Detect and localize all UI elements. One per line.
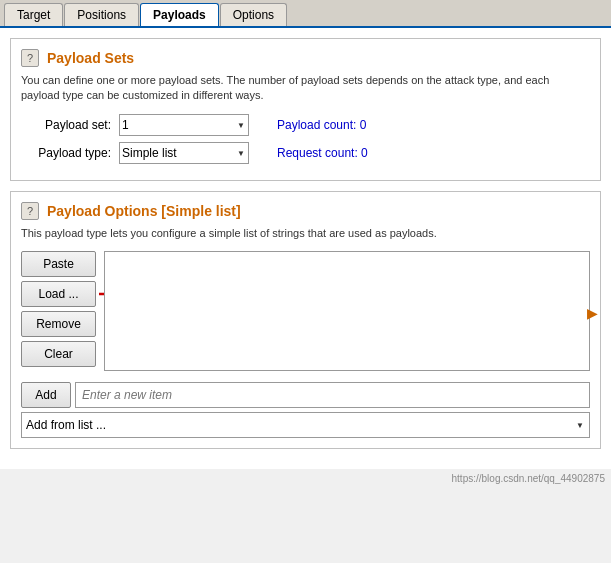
add-from-list-wrapper: Add from list ...	[21, 412, 590, 438]
tab-target[interactable]: Target	[4, 3, 63, 26]
tab-arrow-annotation	[167, 0, 191, 7]
watermark: https://blog.csdn.net/qq_44902875	[0, 469, 611, 486]
payload-options-section: ? Payload Options [Simple list] This pay…	[10, 191, 601, 449]
load-button[interactable]: Load ...	[21, 281, 96, 307]
payload-sets-description: You can define one or more payload sets.…	[21, 73, 590, 104]
tab-bar: Target Positions Payloads Options	[0, 0, 611, 28]
payload-options-title: Payload Options [Simple list]	[47, 203, 241, 219]
request-count-info: Request count: 0	[277, 146, 368, 160]
tab-payloads[interactable]: Payloads	[140, 3, 219, 26]
payload-set-select-wrapper: 1 2 3	[119, 114, 249, 136]
payload-type-label: Payload type:	[21, 146, 111, 160]
payload-options-body: Paste Load ... Remove Clear	[21, 251, 590, 374]
payload-type-select[interactable]: Simple list Runtime file Custom iterator…	[119, 142, 249, 164]
tab-options[interactable]: Options	[220, 3, 287, 26]
payload-set-row: Payload set: 1 2 3 Payload count: 0	[21, 114, 590, 136]
add-button[interactable]: Add	[21, 382, 71, 408]
button-column: Paste Load ... Remove Clear	[21, 251, 96, 374]
payload-count-info: Payload count: 0	[277, 118, 366, 132]
payload-set-label: Payload set:	[21, 118, 111, 132]
payload-options-help-icon[interactable]: ?	[21, 202, 39, 220]
tab-positions[interactable]: Positions	[64, 3, 139, 26]
payload-options-description: This payload type lets you configure a s…	[21, 226, 590, 241]
payload-list-textarea[interactable]	[104, 251, 590, 371]
main-content: ? Payload Sets You can define one or mor…	[0, 28, 611, 469]
add-from-list-select[interactable]: Add from list ...	[21, 412, 590, 438]
payload-sets-header: ? Payload Sets	[21, 49, 590, 67]
add-row: Add	[21, 382, 590, 408]
payload-type-row: Payload type: Simple list Runtime file C…	[21, 142, 590, 164]
payload-options-header: ? Payload Options [Simple list]	[21, 202, 590, 220]
payload-type-select-wrapper: Simple list Runtime file Custom iterator…	[119, 142, 249, 164]
payload-sets-title: Payload Sets	[47, 50, 134, 66]
payload-sets-help-icon[interactable]: ?	[21, 49, 39, 67]
add-from-list-row: Add from list ...	[21, 412, 590, 438]
list-area-wrapper: ▶	[104, 251, 590, 374]
clear-button[interactable]: Clear	[21, 341, 96, 367]
paste-button[interactable]: Paste	[21, 251, 96, 277]
payload-sets-section: ? Payload Sets You can define one or mor…	[10, 38, 601, 181]
list-right-arrow: ▶	[587, 305, 598, 321]
add-item-input[interactable]	[75, 382, 590, 408]
load-button-wrapper: Load ...	[21, 281, 96, 307]
payload-set-select[interactable]: 1 2 3	[119, 114, 249, 136]
remove-button[interactable]: Remove	[21, 311, 96, 337]
